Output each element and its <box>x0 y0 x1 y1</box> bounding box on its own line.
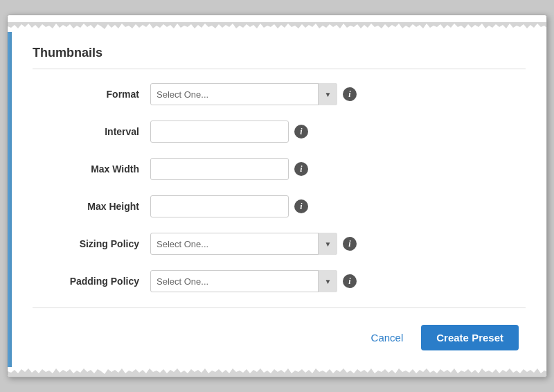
interval-info-icon[interactable]: i <box>294 125 308 139</box>
format-control-wrap: Select One... png jpg gif i <box>150 83 357 105</box>
padding-policy-label: Padding Policy <box>39 276 150 287</box>
padding-policy-info-icon[interactable]: i <box>343 274 357 288</box>
max-width-control-wrap: i <box>150 158 308 180</box>
interval-control-wrap: i <box>150 121 308 143</box>
footer-divider <box>33 308 526 308</box>
sizing-policy-select[interactable]: Select One... Fit Fill Stretch Keep Shri… <box>150 233 337 255</box>
padding-policy-row: Padding Policy Select One... Pad NoPad i <box>39 270 519 292</box>
max-width-input[interactable] <box>150 158 289 180</box>
thumbnails-panel: Thumbnails Format Select One... png jpg … <box>7 15 547 377</box>
interval-input[interactable] <box>150 121 289 143</box>
panel-title: Thumbnails <box>33 46 526 69</box>
sizing-policy-control-wrap: Select One... Fit Fill Stretch Keep Shri… <box>150 233 357 255</box>
form-section: Format Select One... png jpg gif i <box>33 83 526 292</box>
max-height-label: Max Height <box>39 201 150 212</box>
cancel-button[interactable]: Cancel <box>364 328 411 348</box>
format-info-icon[interactable]: i <box>343 87 357 101</box>
max-width-row: Max Width i <box>39 158 519 180</box>
sizing-policy-label: Sizing Policy <box>39 238 150 249</box>
footer-actions: Cancel Create Preset <box>33 319 526 353</box>
sizing-policy-info-icon[interactable]: i <box>343 237 357 251</box>
padding-policy-control-wrap: Select One... Pad NoPad i <box>150 270 357 292</box>
interval-row: Interval i <box>39 121 519 143</box>
padding-policy-select[interactable]: Select One... Pad NoPad <box>150 270 337 292</box>
padding-policy-select-wrap: Select One... Pad NoPad <box>150 270 337 292</box>
max-height-row: Max Height i <box>39 195 519 217</box>
create-preset-button[interactable]: Create Preset <box>421 325 519 350</box>
left-accent-border <box>8 32 12 367</box>
max-height-control-wrap: i <box>150 195 308 217</box>
max-width-info-icon[interactable]: i <box>294 162 308 176</box>
format-select-wrap: Select One... png jpg gif <box>150 83 337 105</box>
max-height-info-icon[interactable]: i <box>294 199 308 213</box>
format-label: Format <box>39 89 150 100</box>
max-height-input[interactable] <box>150 195 289 217</box>
jagged-top-edge <box>8 22 546 32</box>
jagged-bottom-edge <box>8 367 546 377</box>
sizing-policy-row: Sizing Policy Select One... Fit Fill Str… <box>39 233 519 255</box>
sizing-policy-select-wrap: Select One... Fit Fill Stretch Keep Shri… <box>150 233 337 255</box>
max-width-label: Max Width <box>39 163 150 175</box>
interval-label: Interval <box>39 126 150 137</box>
format-select[interactable]: Select One... png jpg gif <box>150 83 337 105</box>
format-row: Format Select One... png jpg gif i <box>39 83 519 105</box>
